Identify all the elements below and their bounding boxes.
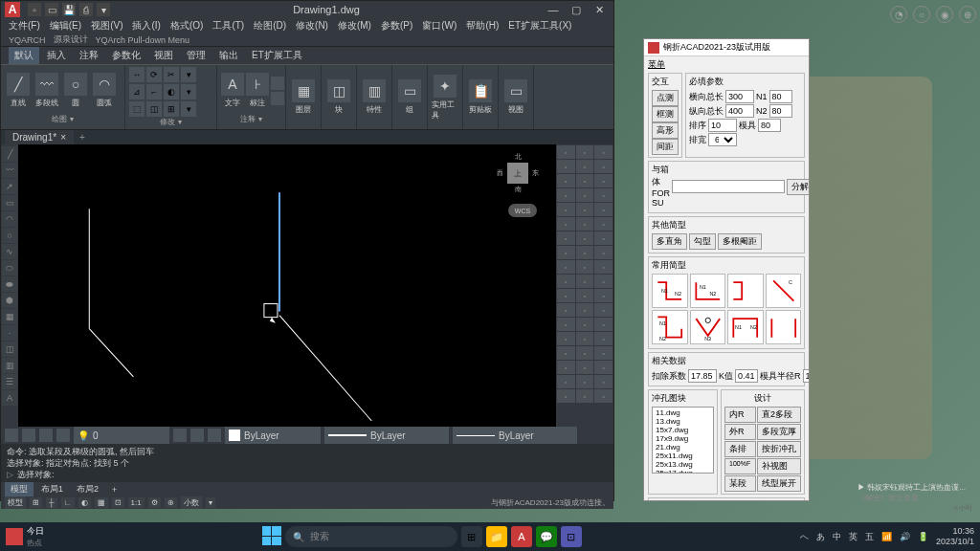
select-pk[interactable]: 60 <box>708 133 737 146</box>
tool-util[interactable]: ✦实用工具 <box>432 75 458 121</box>
modify-tool[interactable]: ▾ <box>181 84 196 99</box>
ltool[interactable]: ⬭ <box>2 260 17 276</box>
ltool[interactable]: ∿ <box>2 244 17 259</box>
btn-djj2[interactable]: 多根阉距 <box>718 233 762 250</box>
rtool[interactable]: ▫ <box>557 160 575 173</box>
btn-xxzk[interactable]: 线型展开 <box>757 475 801 492</box>
rtool[interactable]: ▫ <box>594 188 612 202</box>
list-item[interactable]: 25x11.dwg <box>654 452 712 460</box>
prop-tool[interactable] <box>208 429 221 442</box>
ribbontab-parametric[interactable]: 参数化 <box>106 47 146 64</box>
rtool[interactable]: ▫ <box>557 332 575 345</box>
rtool[interactable]: ▫ <box>594 203 612 216</box>
menu-tools[interactable]: 工具(T) <box>209 18 248 33</box>
rtool[interactable]: ▫ <box>576 332 594 345</box>
btn-md[interactable]: 某段 <box>724 475 756 492</box>
list-item[interactable]: 21.dwg <box>654 443 712 452</box>
rtool[interactable]: ▫ <box>576 289 594 302</box>
status-btn[interactable]: ◐ <box>78 497 91 508</box>
tray-lang[interactable]: 英 <box>849 531 858 543</box>
rtool[interactable]: ▫ <box>576 303 594 317</box>
rtool[interactable]: ▫ <box>594 375 612 388</box>
menu-window[interactable]: 窗口(W) <box>418 18 460 33</box>
list-item[interactable]: 25x13.dwg <box>654 460 712 469</box>
color-combo[interactable]: ByLayer <box>225 427 321 444</box>
btn-dc[interactable]: 点测 <box>652 90 679 106</box>
ltool[interactable]: 〰 <box>2 163 17 178</box>
viewcube[interactable]: 北 南 东 西 上 <box>497 152 539 194</box>
file-list[interactable]: 11.dwg 13.dwg 15x7.dwg 17x9.dwg 21.dwg 2… <box>652 407 714 474</box>
rtool[interactable]: ▫ <box>594 246 612 259</box>
menu-insert[interactable]: 插入(I) <box>128 18 164 33</box>
tray-icon[interactable]: ◉ <box>936 6 953 23</box>
tray-icon[interactable]: ◔ <box>890 6 907 23</box>
modify-tool[interactable]: ⟳ <box>146 67 162 82</box>
tool-group[interactable]: ▭组 <box>396 79 423 115</box>
rtool[interactable]: ▫ <box>576 231 594 245</box>
taskview-icon[interactable]: ⊞ <box>461 526 482 547</box>
menu-et[interactable]: ET扩展工具(X) <box>504 18 575 33</box>
tool-circle[interactable]: ○圆 <box>62 73 89 108</box>
tray-volume-icon[interactable]: 🔊 <box>900 532 910 541</box>
btn-nr[interactable]: 内R <box>724 407 756 423</box>
status-btn[interactable]: ┼ <box>46 497 57 508</box>
shape-cell[interactable]: C <box>766 274 802 308</box>
rtool[interactable]: ▫ <box>576 318 594 331</box>
ltool[interactable]: ▦ <box>2 309 17 324</box>
menu-view[interactable]: 视图(V) <box>87 18 126 33</box>
list-item[interactable]: 17x9.dwg <box>654 434 712 443</box>
app-explorer[interactable]: 📁 <box>486 526 507 547</box>
rtool[interactable]: ▫ <box>576 217 594 231</box>
btn-z2d[interactable]: 直2多段 <box>757 407 801 423</box>
rtool[interactable]: ▫ <box>557 389 575 403</box>
rtool[interactable]: ▫ <box>594 231 612 245</box>
menu-edit[interactable]: 编辑(E) <box>46 18 85 33</box>
clock[interactable]: 10:36 2023/10/1 <box>936 526 974 547</box>
tray-lang[interactable]: 中 <box>833 531 841 543</box>
plugin-titlebar[interactable]: 钢折ACAD2021-23版试用版 <box>644 39 809 56</box>
tool-layer[interactable]: ▦图层 <box>290 79 317 115</box>
status-btn[interactable]: ⊡ <box>112 497 124 508</box>
restore-button[interactable]: ▢ <box>566 1 587 18</box>
rtool[interactable]: ▫ <box>594 318 612 331</box>
ribbontab-view[interactable]: 视图 <box>148 47 179 64</box>
rtool[interactable]: ▫ <box>594 275 612 288</box>
ltool[interactable]: ⬬ <box>2 276 17 292</box>
list-item[interactable]: 35x17.dwg <box>654 469 712 474</box>
qat-new-icon[interactable]: ▫ <box>28 3 41 16</box>
tool-block[interactable]: ◫块 <box>325 79 352 115</box>
btn-100f[interactable]: 100%F <box>724 458 756 474</box>
minimize-button[interactable]: — <box>543 1 564 18</box>
plugin-menu[interactable]: 菜单 <box>648 58 805 71</box>
rtool[interactable]: ▫ <box>557 318 575 331</box>
qat-open-icon[interactable]: ▭ <box>45 3 58 16</box>
app-logo[interactable]: A <box>5 2 20 17</box>
tray-icon[interactable]: ○ <box>913 6 930 23</box>
status-btn[interactable]: ∟ <box>61 497 75 508</box>
tray-lang[interactable]: 五 <box>865 531 874 543</box>
rtool[interactable]: ▫ <box>557 203 575 216</box>
rtool[interactable]: ▫ <box>557 246 575 259</box>
ltool[interactable]: ↗ <box>2 179 17 194</box>
list-item[interactable]: 11.dwg <box>654 408 712 417</box>
ltool[interactable]: ╱ <box>2 146 17 162</box>
modify-tool[interactable]: ⊞ <box>164 101 179 117</box>
ltool[interactable]: ◫ <box>2 342 17 357</box>
submenu-item[interactable]: YQARCH <box>9 35 46 45</box>
rtool[interactable]: ▫ <box>576 375 594 388</box>
prop-tool[interactable] <box>39 429 53 442</box>
rtool[interactable]: ▫ <box>594 145 612 159</box>
tray-wifi-icon[interactable]: 📶 <box>881 532 892 541</box>
rtool[interactable]: ▫ <box>594 346 612 360</box>
ltool[interactable]: ⬢ <box>2 293 17 308</box>
btn-bsg[interactable]: 补视图 <box>757 458 801 474</box>
prop-tool[interactable] <box>173 429 187 442</box>
btn-wr[interactable]: 外R <box>724 424 756 440</box>
ribbontab-et[interactable]: ET扩展工具 <box>246 47 308 64</box>
btn-kc[interactable]: 框测 <box>652 106 679 122</box>
prop-tool[interactable] <box>5 429 18 442</box>
rtool[interactable]: ▫ <box>576 188 594 202</box>
layer-combo[interactable]: 💡 0 <box>74 427 169 444</box>
shape-cell[interactable]: N1N2 <box>690 274 726 308</box>
btn-azck[interactable]: 按折冲孔 <box>757 441 801 457</box>
